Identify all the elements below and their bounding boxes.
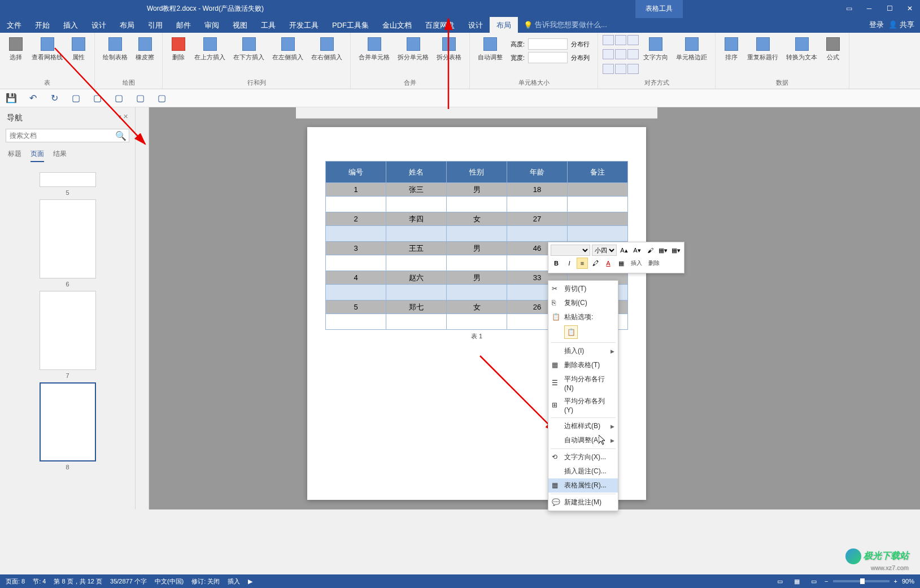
horizontal-ruler[interactable] (296, 107, 657, 119)
ctx-text-direction[interactable]: ⟲文字方向(X)... (548, 450, 618, 464)
shrink-font-button[interactable]: A▾ (631, 245, 643, 256)
nav-tab-pages[interactable]: 页面 (30, 149, 44, 162)
nav-tab-headings[interactable]: 标题 (8, 149, 21, 162)
thumb-5[interactable]: 5 (40, 172, 96, 196)
th-gender[interactable]: 性别 (447, 162, 507, 183)
th-remark[interactable]: 备注 (568, 162, 628, 183)
merge-cells-button[interactable]: 合并单元格 (355, 35, 393, 77)
thumb-8[interactable]: 8 (40, 382, 96, 471)
italic-button[interactable]: I (564, 258, 575, 269)
th-age[interactable]: 年龄 (507, 162, 568, 183)
tab-pdf[interactable]: PDF工具集 (325, 17, 376, 33)
zoom-slider[interactable] (833, 580, 890, 582)
ctx-cut[interactable]: ✂剪切(T) (548, 282, 618, 296)
width-input[interactable] (528, 52, 568, 63)
ctx-dist-rows[interactable]: ☰平均分布各行(N) (548, 372, 618, 394)
repeat-header-button[interactable]: 重复标题行 (744, 35, 782, 77)
align-tr[interactable] (627, 35, 639, 45)
ctx-border-style[interactable]: 边框样式(B)▶ (548, 419, 618, 433)
ctx-delete-table[interactable]: ▦删除表格(T) (548, 358, 618, 372)
zoom-in-button[interactable]: + (894, 578, 897, 585)
border-button[interactable]: ▦ (616, 258, 627, 269)
tab-file[interactable]: 文件 (0, 17, 28, 33)
sort-button[interactable]: 排序 (720, 35, 743, 77)
align-br[interactable] (627, 64, 639, 74)
read-mode-button[interactable]: ▭ (774, 576, 786, 586)
tab-design[interactable]: 设计 (85, 17, 113, 33)
align-bl[interactable] (603, 64, 614, 74)
undo-button[interactable]: ↶ (27, 93, 38, 104)
tab-table-design[interactable]: 设计 (461, 17, 490, 33)
tab-table-layout[interactable]: 布局 (490, 17, 518, 33)
login-link[interactable]: 登录 (869, 20, 884, 30)
bold-button[interactable]: B (551, 258, 562, 269)
status-insert[interactable]: 插入 (228, 577, 240, 586)
insert-above-button[interactable]: 在上方插入 (191, 35, 229, 77)
tab-insert[interactable]: 插入 (56, 17, 85, 33)
status-macro-icon[interactable]: ▶ (248, 578, 252, 585)
format-painter-button[interactable]: 🖌 (644, 245, 656, 256)
tab-view[interactable]: 视图 (226, 17, 254, 33)
align-tc[interactable] (615, 35, 626, 45)
paste-option-button[interactable]: 📋 (564, 325, 578, 339)
align-ml[interactable] (603, 49, 614, 59)
align-center-button[interactable]: ≡ (577, 258, 588, 269)
th-name[interactable]: 姓名 (386, 162, 447, 183)
minimize-button[interactable]: ─ (859, 0, 879, 17)
thumb-7[interactable]: 7 (40, 291, 96, 379)
vertical-ruler[interactable] (136, 107, 149, 509)
font-color-button[interactable]: A (603, 258, 614, 269)
ctx-new-comment[interactable]: 💬新建批注(M) (548, 495, 618, 509)
delete-button[interactable]: 删除 (167, 35, 190, 77)
highlight-button[interactable]: 🖍 (590, 258, 601, 269)
status-words[interactable]: 35/2877 个字 (110, 577, 147, 586)
align-mr[interactable] (627, 49, 639, 59)
dist-rows-button[interactable]: 分布行 (571, 40, 590, 49)
align-mc[interactable] (615, 49, 626, 59)
tab-references[interactable]: 引用 (141, 17, 169, 33)
tab-mailings[interactable]: 邮件 (169, 17, 198, 33)
ctx-dist-cols[interactable]: ⊞平均分布各列(Y) (548, 394, 618, 416)
tab-layout[interactable]: 布局 (113, 17, 141, 33)
insert-right-button[interactable]: 在右侧插入 (308, 35, 346, 77)
thumb-6[interactable]: 6 (40, 199, 96, 288)
web-layout-button[interactable]: ▭ (808, 576, 820, 586)
font-size-select[interactable]: 小四 (592, 245, 617, 256)
tab-developer[interactable]: 开发工具 (282, 17, 325, 33)
ctx-insert[interactable]: 插入(I)▶ (548, 344, 618, 358)
grow-font-button[interactable]: A▴ (618, 245, 630, 256)
align-tl[interactable] (603, 35, 614, 45)
status-lang[interactable]: 中文(中国) (155, 577, 184, 586)
tab-review[interactable]: 审阅 (198, 17, 226, 33)
qat-btn-8[interactable]: ▢ (156, 93, 167, 104)
font-family-select[interactable] (551, 245, 590, 256)
ribbon-options-icon[interactable]: ▭ (839, 0, 859, 17)
autofit-button[interactable]: 自动调整 (474, 35, 506, 77)
status-section[interactable]: 节: 4 (33, 577, 46, 586)
ctx-insert-caption[interactable]: 插入题注(C)... (548, 464, 618, 478)
ctx-autofit[interactable]: 自动调整(A)▶ (548, 433, 618, 447)
zoom-out-button[interactable]: − (825, 578, 828, 585)
cell-margins-button[interactable]: 单元格边距 (673, 35, 710, 77)
select-button[interactable]: 选择 (5, 35, 27, 77)
align-bc[interactable] (615, 64, 626, 74)
zoom-level[interactable]: 90% (902, 578, 914, 585)
ctx-copy[interactable]: ⎘复制(C) (548, 296, 618, 310)
tell-me-box[interactable]: 💡 告诉我您想要做什么... (518, 17, 613, 33)
formula-button[interactable]: 公式 (822, 35, 844, 77)
maximize-button[interactable]: ☐ (879, 0, 900, 17)
ctx-table-properties[interactable]: ▦表格属性(R)... (548, 478, 618, 493)
insert-left-button[interactable]: 在左侧插入 (269, 35, 307, 77)
tab-wps[interactable]: 金山文档 (376, 17, 418, 33)
tab-home[interactable]: 开始 (28, 17, 56, 33)
delete-menu-button[interactable]: ▦▾ (670, 245, 682, 256)
status-revisions[interactable]: 修订: 关闭 (191, 577, 220, 586)
split-cells-button[interactable]: 拆分单元格 (394, 35, 432, 77)
dist-cols-button[interactable]: 分布列 (571, 54, 590, 62)
tab-tools[interactable]: 工具 (254, 17, 282, 33)
convert-text-button[interactable]: 转换为文本 (783, 35, 821, 77)
height-input[interactable] (528, 38, 568, 50)
text-direction-button[interactable]: 文字方向 (640, 35, 672, 77)
insert-below-button[interactable]: 在下方插入 (230, 35, 268, 77)
th-no[interactable]: 编号 (326, 162, 386, 183)
